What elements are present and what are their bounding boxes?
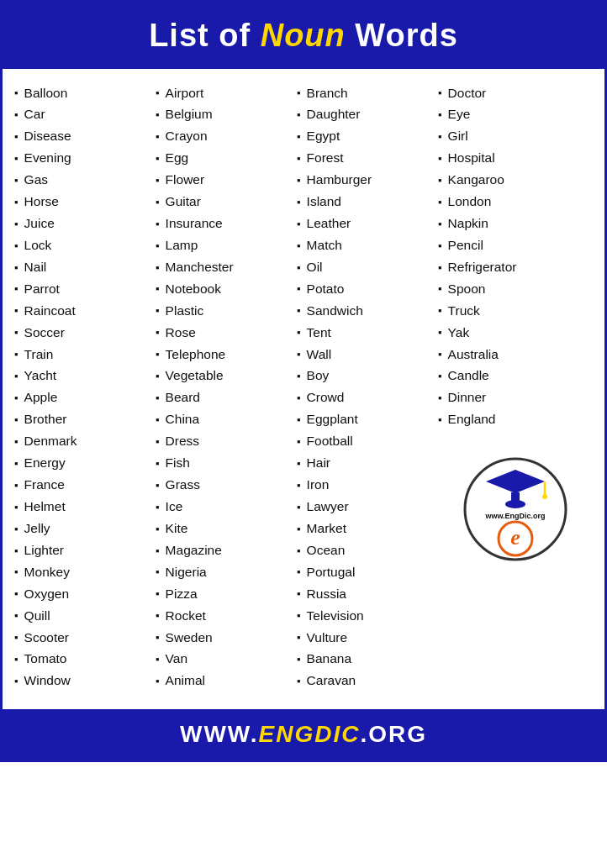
- list-item: Lawyer: [297, 497, 431, 518]
- list-item: Wall: [297, 344, 431, 366]
- list-item: Dress: [156, 431, 290, 453]
- list-item: Truck: [438, 300, 593, 322]
- list-item: Animal: [156, 671, 290, 692]
- list-item: Spoon: [438, 278, 593, 300]
- footer-part2: .ORG: [360, 721, 427, 747]
- list-item: Belgium: [156, 104, 290, 126]
- column-2: AirportBelgiumCrayonEggFlowerGuitarInsur…: [152, 82, 293, 692]
- list-item: Russia: [297, 583, 431, 605]
- list-item: Brother: [14, 409, 149, 431]
- list-item: Gas: [14, 170, 149, 192]
- page-header: List of Noun Words: [3, 3, 604, 69]
- main-container: List of Noun Words BalloonCarDiseaseEven…: [0, 0, 607, 762]
- list-item: Doctor: [438, 82, 593, 104]
- list-item: Lock: [14, 234, 149, 256]
- list-item: Jelly: [14, 518, 149, 539]
- page-footer: WWW.ENGDIC.ORG: [3, 709, 604, 760]
- list-item: Eye: [438, 104, 593, 126]
- list-item: Refrigerator: [438, 256, 593, 278]
- list-item: Apple: [14, 387, 149, 409]
- svg-point-5: [542, 494, 547, 499]
- list-item: Dinner: [438, 387, 593, 409]
- list-item: Telephone: [156, 344, 290, 366]
- list-item: Eggplant: [297, 409, 431, 431]
- list-item: Manchester: [156, 256, 290, 278]
- footer-part1: WWW.: [180, 721, 259, 747]
- list-item: England: [438, 409, 593, 431]
- footer-highlight: ENGDIC: [259, 721, 361, 747]
- list-item: Crowd: [297, 387, 431, 409]
- list-item: Magazine: [156, 539, 290, 561]
- list-item: Insurance: [156, 213, 290, 235]
- list-item: Crayon: [156, 126, 290, 148]
- list-item: Sandwich: [297, 300, 431, 322]
- list-item: Monkey: [14, 561, 149, 583]
- list-item: Juice: [14, 213, 149, 235]
- list-item: Lamp: [156, 234, 290, 256]
- list-item: London: [438, 192, 593, 213]
- list-item: Egg: [156, 148, 290, 170]
- list-item: Fish: [156, 453, 290, 475]
- list-item: Girl: [438, 126, 593, 148]
- list-item: Tent: [297, 322, 431, 344]
- list-item: Australia: [438, 344, 593, 366]
- list-item: Rocket: [156, 605, 290, 627]
- list-item: Kangaroo: [438, 170, 593, 192]
- engdic-logo: www.EngDic.org e: [461, 455, 570, 564]
- list-item: Kite: [156, 518, 290, 539]
- list-item: Island: [297, 192, 431, 213]
- list-item: Evening: [14, 148, 149, 170]
- list-item: Guitar: [156, 192, 290, 213]
- list-item: Window: [14, 671, 149, 692]
- list-item: Boy: [297, 366, 431, 387]
- svg-text:www.EngDic.org: www.EngDic.org: [484, 512, 545, 520]
- column-1: BalloonCarDiseaseEveningGasHorseJuiceLoc…: [11, 82, 152, 692]
- list-item: Caravan: [297, 671, 431, 692]
- list-item: Banana: [297, 649, 431, 671]
- list-item: Balloon: [14, 82, 149, 104]
- list-item: Television: [297, 605, 431, 627]
- content-area: BalloonCarDiseaseEveningGasHorseJuiceLoc…: [3, 69, 604, 701]
- svg-point-3: [505, 500, 525, 508]
- logo-area: www.EngDic.org e: [438, 446, 593, 564]
- list-item: Helmet: [14, 497, 149, 518]
- list-item: Train: [14, 344, 149, 366]
- list-item: Sweden: [156, 627, 290, 649]
- list-item: Disease: [14, 126, 149, 148]
- list-item: Oil: [297, 256, 431, 278]
- list-item: Football: [297, 431, 431, 453]
- list-item: Potato: [297, 278, 431, 300]
- list-item: Car: [14, 104, 149, 126]
- list-item: Pizza: [156, 583, 290, 605]
- list-item: Nigeria: [156, 561, 290, 583]
- noun-list-1: BalloonCarDiseaseEveningGasHorseJuiceLoc…: [14, 82, 149, 692]
- list-item: Lighter: [14, 539, 149, 561]
- list-item: Portugal: [297, 561, 431, 583]
- noun-list-3: BranchDaughterEgyptForestHamburgerIsland…: [297, 82, 431, 692]
- list-item: Hair: [297, 453, 431, 475]
- list-item: Ice: [156, 497, 290, 518]
- list-item: France: [14, 475, 149, 497]
- list-item: Yacht: [14, 366, 149, 387]
- list-item: Raincoat: [14, 300, 149, 322]
- svg-text:e: e: [510, 525, 520, 550]
- list-item: Leather: [297, 213, 431, 235]
- list-item: Horse: [14, 192, 149, 213]
- list-item: Yak: [438, 322, 593, 344]
- column-4: DoctorEyeGirlHospitalKangarooLondonNapki…: [435, 82, 596, 692]
- list-item: Vegetable: [156, 366, 290, 387]
- list-item: Pencil: [438, 234, 593, 256]
- list-item: Notebook: [156, 278, 290, 300]
- list-item: China: [156, 409, 290, 431]
- list-item: Napkin: [438, 213, 593, 235]
- title-highlight: Noun: [261, 18, 346, 53]
- list-item: Van: [156, 649, 290, 671]
- list-item: Soccer: [14, 322, 149, 344]
- list-item: Tomato: [14, 649, 149, 671]
- list-item: Flower: [156, 170, 290, 192]
- page-title: List of Noun Words: [11, 18, 596, 54]
- list-item: Rose: [156, 322, 290, 344]
- list-item: Egypt: [297, 126, 431, 148]
- list-item: Scooter: [14, 627, 149, 649]
- list-item: Nail: [14, 256, 149, 278]
